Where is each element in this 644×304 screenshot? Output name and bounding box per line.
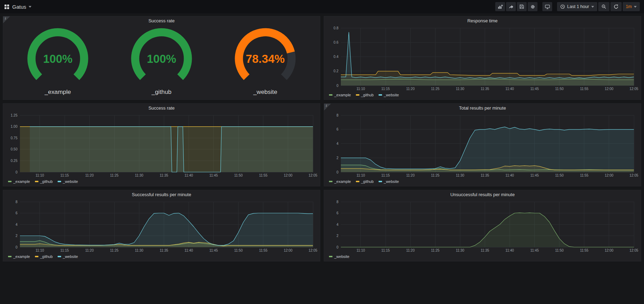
svg-text:11:40: 11:40	[184, 173, 193, 177]
chart-canvas[interactable]: 0246811:1011:1511:2011:2511:3011:3511:40…	[326, 199, 639, 253]
legend-item-_example[interactable]: _example	[329, 179, 351, 184]
legend-color-swatch	[58, 256, 61, 257]
legend-item-_example[interactable]: _example	[329, 93, 351, 97]
dashboard-actions	[495, 2, 537, 11]
svg-text:11:10: 11:10	[357, 87, 365, 91]
legend-color-swatch	[379, 94, 382, 96]
magnifier-minus-icon	[601, 4, 606, 9]
panel-response-time: Response time 00.20.40.60.811:1011:1511:…	[324, 16, 641, 100]
chart-canvas[interactable]: 0246811:1011:1511:2011:2511:3011:3511:40…	[326, 112, 639, 178]
dashboards-grid-button[interactable]	[4, 4, 9, 9]
floppy-disk-icon	[519, 4, 524, 9]
svg-text:12:05: 12:05	[629, 249, 638, 252]
svg-text:6: 6	[336, 211, 338, 215]
legend-label: _example	[13, 254, 30, 259]
legend-label: _website	[63, 179, 78, 184]
unsuccessful-results-chart[interactable]: 0246811:1011:1511:2011:2511:3011:3511:40…	[326, 199, 639, 253]
svg-text:12:00: 12:00	[284, 173, 292, 177]
svg-text:12:00: 12:00	[605, 87, 613, 91]
legend-item-_github[interactable]: _github	[356, 179, 374, 184]
svg-text:11:35: 11:35	[160, 173, 168, 177]
chevron-down-icon	[634, 6, 637, 8]
successful-results-chart[interactable]: 0246811:1011:1511:2011:2511:3011:3511:40…	[5, 199, 318, 253]
refresh-button[interactable]	[610, 2, 622, 11]
svg-text:11:55: 11:55	[580, 249, 589, 252]
gauge-arc: 100%_example	[6, 26, 110, 97]
svg-text:1.00: 1.00	[11, 125, 18, 128]
panel-title[interactable]: Success rate	[3, 16, 320, 25]
svg-text:0: 0	[336, 170, 338, 174]
panel-title[interactable]: Response time	[324, 16, 641, 25]
refresh-icon	[614, 4, 619, 9]
svg-text:11:40: 11:40	[184, 249, 193, 252]
legend-item-_example[interactable]: _example	[8, 179, 30, 184]
add-panel-button[interactable]	[495, 2, 505, 11]
svg-text:11:30: 11:30	[456, 87, 464, 91]
legend-item-_website[interactable]: _website	[329, 254, 349, 259]
time-range-label: Last 1 hour	[567, 4, 589, 9]
chart-legend: _example_github_website	[3, 253, 320, 261]
legend-item-_website[interactable]: _website	[379, 179, 399, 184]
svg-text:4: 4	[336, 223, 338, 227]
svg-text:11:15: 11:15	[381, 87, 390, 91]
share-dashboard-button[interactable]	[506, 2, 516, 11]
legend-label: _github	[40, 254, 53, 259]
svg-text:8: 8	[15, 200, 17, 204]
legend-item-_website[interactable]: _website	[58, 179, 78, 184]
legend-item-_github[interactable]: _github	[35, 254, 53, 259]
legend-item-_website[interactable]: _website	[58, 254, 78, 259]
svg-text:6: 6	[15, 211, 17, 215]
panel-info-icon[interactable]: i	[324, 104, 331, 111]
dashboard-title-button[interactable]: Gatus	[12, 4, 31, 10]
svg-text:1.25: 1.25	[11, 113, 18, 117]
svg-text:12:00: 12:00	[284, 249, 292, 252]
chart-canvas[interactable]: 00.250.500.751.001.2511:1011:1511:2011:2…	[5, 112, 318, 178]
svg-text:11:15: 11:15	[60, 173, 69, 177]
svg-text:11:35: 11:35	[481, 87, 489, 91]
panel-title[interactable]: Successful results per minute	[3, 190, 320, 199]
share-arrow-icon	[508, 4, 514, 9]
refresh-interval-label: 1m	[626, 4, 632, 9]
svg-text:0.2: 0.2	[334, 69, 338, 73]
legend-label: _example	[334, 93, 351, 97]
gauge-arc: 100%_github	[110, 26, 213, 97]
gauge-label: _github	[151, 88, 171, 95]
total-results-chart[interactable]: 0246811:1011:1511:2011:2511:3011:3511:40…	[326, 112, 639, 178]
svg-text:8: 8	[336, 113, 338, 117]
svg-text:11:40: 11:40	[505, 87, 514, 91]
panel-title[interactable]: Unsuccessful results per minute	[324, 190, 641, 199]
svg-text:12:05: 12:05	[629, 173, 638, 177]
success-rate-chart[interactable]: 00.250.500.751.001.2511:1011:1511:2011:2…	[5, 112, 318, 178]
legend-item-_example[interactable]: _example	[8, 254, 30, 259]
chart-canvas[interactable]: 0246811:1011:1511:2011:2511:3011:3511:40…	[5, 199, 318, 253]
save-dashboard-button[interactable]	[517, 2, 527, 11]
legend-color-swatch	[8, 181, 12, 182]
dashboard-title: Gatus	[12, 4, 26, 10]
legend-color-swatch	[329, 94, 332, 96]
time-range-picker-button[interactable]: Last 1 hour	[557, 2, 597, 11]
svg-text:11:30: 11:30	[456, 249, 464, 252]
chart-canvas[interactable]: 00.20.40.60.811:1011:1511:2011:2511:3011…	[326, 25, 639, 92]
legend-item-_github[interactable]: _github	[35, 179, 53, 184]
legend-item-_github[interactable]: _github	[356, 93, 374, 97]
svg-text:11:45: 11:45	[209, 173, 218, 177]
svg-text:8: 8	[336, 200, 338, 204]
panel-title[interactable]: Success rate	[3, 104, 320, 112]
zoom-out-time-button[interactable]	[598, 2, 609, 11]
dashboard-settings-button[interactable]	[528, 2, 537, 11]
chart-legend: _website	[324, 253, 641, 261]
legend-item-_website[interactable]: _website	[379, 93, 399, 97]
cycle-view-mode-button[interactable]	[542, 2, 552, 11]
time-controls: Last 1 hour 1m	[557, 2, 640, 11]
legend-label: _website	[384, 179, 399, 184]
svg-text:6: 6	[336, 127, 338, 131]
refresh-interval-picker-button[interactable]: 1m	[623, 2, 640, 11]
panel-title[interactable]: Total results per minute	[324, 104, 641, 112]
legend-color-swatch	[8, 256, 12, 257]
svg-text:11:55: 11:55	[259, 173, 268, 177]
response-time-chart[interactable]: 00.20.40.60.811:1011:1511:2011:2511:3011…	[326, 25, 639, 92]
svg-text:11:45: 11:45	[209, 249, 218, 252]
svg-text:11:25: 11:25	[431, 173, 440, 177]
panel-info-icon[interactable]: i	[3, 16, 10, 23]
svg-text:11:25: 11:25	[431, 249, 440, 252]
